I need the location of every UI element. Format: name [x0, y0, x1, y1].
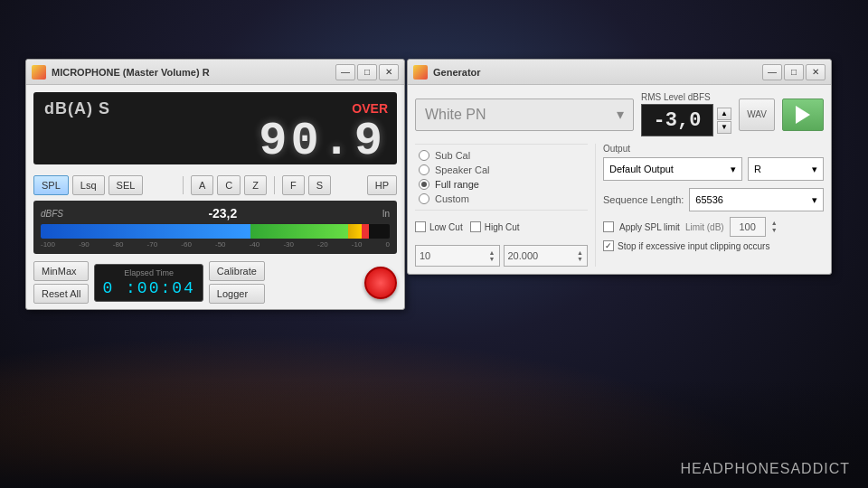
- tick-4: -60: [181, 240, 192, 249]
- seq-label: Sequence Length:: [603, 194, 684, 205]
- freq-high-input[interactable]: 20.000 ▲ ▼: [504, 245, 589, 267]
- logger-button[interactable]: Logger: [209, 284, 265, 304]
- freq-high-value: 20.000: [508, 250, 578, 261]
- record-button[interactable]: [364, 267, 397, 299]
- low-cut-label: Low Cut: [429, 222, 463, 232]
- stop-clipping-row: Stop if excessive input clipping occurs: [603, 240, 824, 251]
- limit-down-icon[interactable]: ▼: [771, 227, 778, 234]
- sub-cal-radio[interactable]: [419, 150, 429, 161]
- wav-button[interactable]: WAV: [739, 99, 775, 131]
- meter-label: dBFS: [41, 209, 63, 219]
- lsq-button[interactable]: Lsq: [72, 175, 105, 195]
- tick-10: 0: [385, 240, 389, 249]
- gen-close-button[interactable]: ✕: [806, 64, 826, 80]
- watermark-bold: HEADPHONES: [680, 461, 790, 476]
- seq-row: Sequence Length: 65536 ▾: [603, 188, 824, 211]
- full-range-radio[interactable]: [419, 179, 429, 190]
- rms-row: -3,0 ▲ ▼: [641, 104, 731, 136]
- mic-title-bar: MICROPHONE (Master Volume) R — □ ✕: [26, 60, 404, 85]
- meter-bar-fill: [41, 224, 390, 239]
- high-cut-checkbox[interactable]: [470, 221, 481, 232]
- microphone-window: MICROPHONE (Master Volume) R — □ ✕ dB(A)…: [25, 59, 405, 310]
- minmax-button[interactable]: MinMax: [33, 261, 89, 281]
- rms-down-button[interactable]: ▼: [717, 121, 731, 134]
- calibrate-button[interactable]: Calibrate: [209, 261, 265, 281]
- seq-chevron-icon: ▾: [812, 194, 817, 206]
- meter-header: dBFS -23,2 In: [41, 206, 390, 221]
- tick-8: -20: [317, 240, 328, 249]
- limit-value-input[interactable]: 100: [730, 217, 766, 237]
- a-button[interactable]: A: [191, 175, 213, 195]
- gen-window-title: Generator: [433, 67, 760, 78]
- play-icon: [796, 106, 810, 124]
- gen-main: Sub Cal Speaker Cal Full range Custom: [415, 144, 824, 267]
- watermark: HEADPHONESADDICT: [680, 461, 850, 477]
- bar-green: [250, 224, 348, 239]
- output-channel-select[interactable]: R ▾: [748, 157, 824, 181]
- rms-value: -3,0: [654, 109, 702, 132]
- freq-low-input[interactable]: 10 ▲ ▼: [415, 245, 500, 267]
- mic-window-icon: [32, 65, 46, 80]
- rms-up-button[interactable]: ▲: [717, 108, 731, 120]
- spl-button[interactable]: SPL: [33, 175, 69, 195]
- output-device-select[interactable]: Default Output ▾: [603, 157, 742, 181]
- bar-yellow: [348, 224, 362, 239]
- tick-0: -100: [41, 240, 55, 249]
- limit-up-icon[interactable]: ▲: [771, 220, 778, 227]
- output-device-chevron-icon: ▾: [731, 164, 736, 175]
- play-button[interactable]: [782, 99, 824, 131]
- gen-minimize-button[interactable]: —: [762, 64, 782, 80]
- calibrate-logger-stack: Calibrate Logger: [209, 261, 265, 304]
- apply-spl-checkbox[interactable]: [603, 221, 614, 232]
- meter-in: In: [382, 209, 390, 219]
- freq-high-up-icon[interactable]: ▲: [577, 249, 583, 256]
- sel-button[interactable]: SEL: [108, 175, 144, 195]
- custom-radio[interactable]: [419, 193, 429, 204]
- meter-ticks: -100 -90 -80 -70 -60 -50 -40 -30 -20 -10…: [41, 240, 390, 249]
- full-range-row: Full range: [415, 177, 588, 192]
- mic-minimize-button[interactable]: —: [335, 64, 355, 80]
- watermark-light: ADDICT: [790, 461, 850, 476]
- gen-window-icon: [413, 65, 428, 80]
- freq-low-up-icon[interactable]: ▲: [489, 249, 495, 256]
- mic-window-title: MICROPHONE (Master Volume) R: [52, 67, 334, 78]
- seq-length-select[interactable]: 65536 ▾: [689, 188, 824, 211]
- mic-maximize-button[interactable]: □: [357, 64, 377, 80]
- sep2: [274, 176, 275, 194]
- generator-window: Generator — □ ✕ White PN ▾ RMS Level dBF…: [407, 59, 832, 275]
- limit-value: 100: [739, 221, 755, 232]
- bar-blue: [41, 224, 250, 239]
- sep1: [183, 176, 184, 194]
- mic-display-value: 90.9: [44, 118, 386, 165]
- elapsed-time-box: Elapsed Time 0 :00:04: [94, 264, 203, 302]
- level-meter-panel: dBFS -23,2 In -100 -90 -80 -70 -60 -50 -…: [33, 201, 397, 254]
- bar-red: [362, 224, 369, 239]
- waveform-select[interactable]: White PN ▾: [415, 99, 634, 131]
- limit-spinners: ▲ ▼: [771, 220, 778, 235]
- gen-maximize-button[interactable]: □: [784, 64, 804, 80]
- output-row: Default Output ▾ R ▾: [603, 157, 824, 181]
- tick-2: -80: [113, 240, 124, 249]
- freq-low-value: 10: [420, 250, 489, 261]
- tick-1: -90: [79, 240, 90, 249]
- mic-close-button[interactable]: ✕: [379, 64, 399, 80]
- freq-high-down-icon[interactable]: ▼: [577, 256, 583, 262]
- mic-button-row-1: SPL Lsq SEL A C Z F S HP: [26, 172, 404, 199]
- reset-all-button[interactable]: Reset All: [33, 284, 89, 304]
- z-button[interactable]: Z: [244, 175, 267, 195]
- speaker-cal-radio[interactable]: [419, 164, 429, 175]
- stop-clipping-label: Stop if excessive input clipping occurs: [618, 241, 769, 251]
- f-button[interactable]: F: [282, 175, 305, 195]
- cal-options: Sub Cal Speaker Cal Full range Custom: [415, 144, 588, 211]
- c-button[interactable]: C: [217, 175, 241, 195]
- mic-over-indicator: OVER: [352, 101, 388, 116]
- low-cut-checkbox[interactable]: [415, 221, 426, 232]
- freq-low-down-icon[interactable]: ▼: [489, 256, 495, 262]
- stop-clipping-checkbox[interactable]: [603, 240, 614, 251]
- s-button[interactable]: S: [308, 175, 331, 195]
- high-cut-label: High Cut: [485, 222, 520, 232]
- tick-7: -30: [283, 240, 294, 249]
- hp-button[interactable]: HP: [367, 175, 397, 195]
- waveform-label: White PN: [425, 107, 486, 123]
- seq-length-value: 65536: [695, 194, 723, 205]
